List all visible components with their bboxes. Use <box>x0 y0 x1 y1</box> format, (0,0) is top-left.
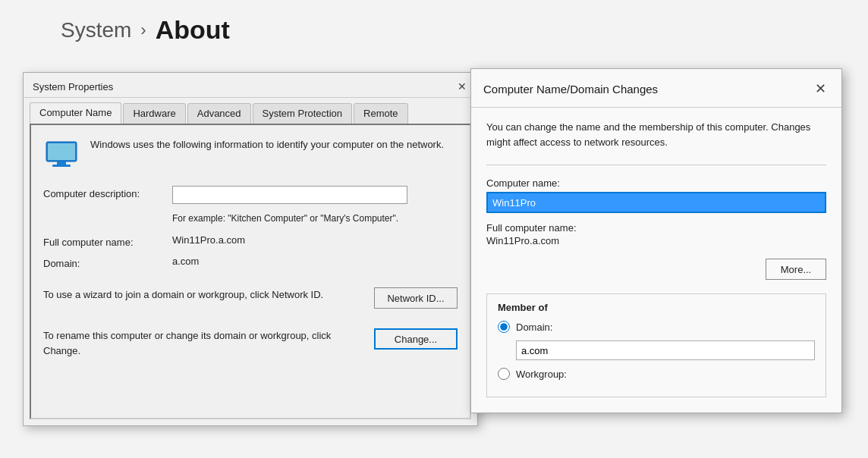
workgroup-radio-button[interactable] <box>498 368 510 380</box>
domain-description: You can change the name and the membersh… <box>486 120 826 149</box>
domain-radio-label: Domain: <box>516 322 552 333</box>
domain-dialog-title-bar: Computer Name/Domain Changes ✕ <box>471 69 841 108</box>
domain-text-input[interactable] <box>516 340 815 360</box>
breadcrumb-system: System <box>61 18 131 42</box>
svg-rect-1 <box>48 143 75 160</box>
domain-fullname-label: Full computer name: <box>486 222 826 234</box>
sysprop-title-bar: System Properties ✕ <box>24 73 477 98</box>
domain-changes-dialog: Computer Name/Domain Changes ✕ You can c… <box>470 68 842 413</box>
tab-content: Windows uses the following information t… <box>30 124 471 419</box>
computer-name-field-label: Computer name: <box>486 177 826 189</box>
change-row: To rename this computer or change its do… <box>43 322 458 364</box>
computer-desc-input[interactable] <box>172 186 407 204</box>
full-computer-name-label: Full computer name: <box>43 234 172 248</box>
domain-radio-row: Domain: <box>498 321 815 333</box>
tab-system-protection[interactable]: System Protection <box>253 103 353 124</box>
domain-row: Domain: a.com <box>43 256 458 269</box>
full-computer-name-value: Win11Pro.a.com <box>172 234 245 246</box>
svg-rect-3 <box>52 165 71 167</box>
domain-separator <box>486 165 826 165</box>
member-of-title: Member of <box>498 302 815 313</box>
tab-hardware[interactable]: Hardware <box>123 103 185 124</box>
domain-radio-button[interactable] <box>498 321 510 333</box>
change-text: To rename this computer or change its do… <box>43 328 332 358</box>
tab-computer-name[interactable]: Computer Name <box>30 102 121 124</box>
tab-advanced[interactable]: Advanced <box>187 103 251 124</box>
network-id-row: To use a wizard to join a domain or work… <box>43 281 458 315</box>
computer-monitor-icon <box>43 140 80 174</box>
computer-description-text: Windows uses the following information t… <box>90 137 444 152</box>
computer-name-field-group: Computer name: <box>486 177 826 222</box>
computer-icon-row: Windows uses the following information t… <box>43 137 458 174</box>
workgroup-radio-row: Workgroup: <box>498 368 815 380</box>
tabs-bar: Computer Name Hardware Advanced System P… <box>24 98 477 124</box>
more-button[interactable]: More... <box>766 259 826 280</box>
svg-rect-2 <box>57 162 66 165</box>
domain-dialog-body: You can change the name and the membersh… <box>471 108 841 413</box>
sysprop-close-button[interactable]: ✕ <box>454 79 470 94</box>
system-properties-dialog: System Properties ✕ Computer Name Hardwa… <box>23 72 478 426</box>
domain-dialog-close-button[interactable]: ✕ <box>808 77 832 101</box>
tab-remote[interactable]: Remote <box>354 103 408 124</box>
more-btn-row: More... <box>486 259 826 280</box>
full-computer-name-row: Full computer name: Win11Pro.a.com <box>43 234 458 248</box>
computer-desc-row: Computer description: <box>43 186 458 204</box>
workgroup-radio-label: Workgroup: <box>516 369 567 380</box>
network-id-text: To use a wizard to join a domain or work… <box>43 287 323 303</box>
close-icon: ✕ <box>815 80 826 97</box>
domain-label: Domain: <box>43 256 172 269</box>
computer-desc-hint: For example: "Kitchen Computer" or "Mary… <box>172 212 458 225</box>
change-button[interactable]: Change... <box>374 328 458 350</box>
network-id-button[interactable]: Network ID... <box>374 287 458 309</box>
sysprop-title-text: System Properties <box>33 81 113 93</box>
page-title: About <box>156 15 230 45</box>
computer-name-input[interactable] <box>486 192 826 213</box>
domain-value: a.com <box>172 256 199 267</box>
domain-fullname-value: Win11Pro.a.com <box>486 235 826 246</box>
breadcrumb-chevron: › <box>140 20 146 40</box>
member-of-section: Member of Domain: Workgroup: <box>486 293 826 397</box>
computer-desc-label: Computer description: <box>43 186 172 199</box>
domain-dialog-title-text: Computer Name/Domain Changes <box>483 83 658 96</box>
